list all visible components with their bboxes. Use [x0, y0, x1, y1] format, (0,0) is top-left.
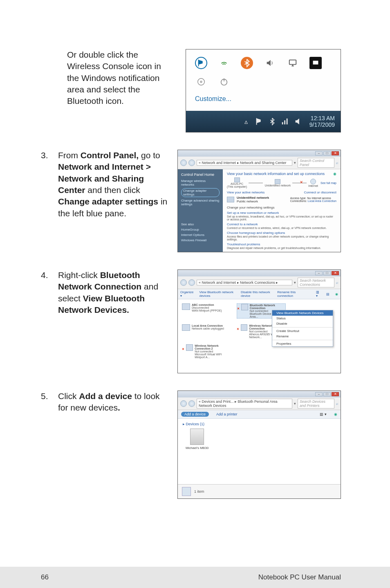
search-input[interactable]: Search Control Panel: [298, 158, 334, 168]
wireless-console-icon: [218, 57, 230, 69]
close-btn[interactable]: ✕: [332, 271, 339, 275]
cp-home[interactable]: Control Panel Home: [181, 173, 220, 177]
volume-icon: [264, 57, 276, 69]
homegroup-sharing-link[interactable]: Choose homegroup and sharing optionsAcce…: [227, 231, 336, 241]
tray-flag-icon[interactable]: [255, 117, 264, 126]
add-device-btn[interactable]: Add a device: [181, 412, 209, 417]
step3-text: From Control Panel, go to Network and In…: [58, 150, 172, 219]
network-name: Unidentified network: [237, 196, 269, 200]
search-icon[interactable]: ⌕: [336, 281, 338, 285]
maximize-btn[interactable]: □: [323, 271, 331, 275]
view-icon[interactable]: ▥ ▾: [320, 412, 327, 416]
minimize-btn[interactable]: –: [315, 271, 323, 275]
status-count: 1 item: [194, 489, 204, 494]
maximize-btn[interactable]: □: [323, 392, 331, 396]
minimize-btn[interactable]: –: [315, 392, 323, 396]
conn-lan[interactable]: Local Area ConnectionNetwork cable unplu…: [182, 324, 231, 339]
change-settings-label: Change your networking settings: [227, 206, 336, 209]
conn-abc[interactable]: ABC connectionDisconnectedWAN Miniport (…: [182, 303, 231, 319]
advanced-sharing-link[interactable]: Change advanced sharing settings: [181, 199, 220, 206]
connect-disconnect-link[interactable]: Connect or disconnect: [304, 191, 336, 194]
conn-wireless2[interactable]: ✕ Wireless Network Connection 2Not conne…: [182, 344, 231, 359]
menu-shortcut[interactable]: Create Shortcut: [272, 328, 333, 334]
devices-group[interactable]: ▸ Devices (1): [183, 422, 204, 426]
context-menu: View Bluetooth Network Devices Status Di…: [272, 310, 333, 347]
clock[interactable]: 12:13 AM 9/17/2009: [309, 115, 335, 128]
search-input[interactable]: Search Devices and Printers: [298, 399, 334, 408]
menu-view-bt-devices[interactable]: View Bluetooth Network Devices: [272, 310, 333, 316]
phone-icon: [190, 429, 204, 445]
breadcrumb[interactable]: « Network and Internet ▸ Network and Sha…: [197, 160, 292, 166]
disable-device-btn[interactable]: Disable this network device: [241, 290, 271, 298]
svg-point-3: [200, 81, 202, 83]
svg-point-2: [198, 79, 205, 85]
change-adapter-link[interactable]: Change adapter settings: [181, 188, 220, 197]
nc-heading: View your basic network information and …: [227, 172, 325, 176]
close-btn[interactable]: ✕: [332, 151, 339, 155]
power-icon: [218, 76, 230, 88]
back-btn[interactable]: [180, 279, 187, 286]
setup-conn-link[interactable]: Set up a new connection or networkSet up…: [227, 211, 336, 221]
view-icon[interactable]: ▥ ▾: [316, 290, 321, 298]
organize-menu[interactable]: Organize ▾: [180, 290, 193, 298]
lan-conn-link[interactable]: Local Area Connection: [308, 200, 336, 202]
action-center-icon: [195, 57, 207, 69]
network-connections-screenshot: – □ ✕ « Network and Internet ▸ Network C…: [177, 269, 341, 373]
connect-network-link[interactable]: Connect to a networkConnect or reconnect…: [227, 222, 336, 229]
network-center-screenshot: – □ ✕ « Network and Internet ▸ Network a…: [177, 150, 341, 252]
view-bt-devices-btn[interactable]: View Bluetooth network devices: [199, 290, 235, 298]
troubleshoot-link[interactable]: Troubleshoot problemsDiagnose and repair…: [227, 242, 336, 249]
breadcrumb[interactable]: « Devices and Print... ▸ Bluetooth Perso…: [197, 399, 292, 408]
add-printer-btn[interactable]: Add a printer: [216, 412, 238, 416]
internet-options-link[interactable]: Internet Options: [181, 233, 220, 237]
fwd-btn[interactable]: [188, 159, 195, 166]
step-number: 3.: [41, 150, 51, 219]
help-icon[interactable]: ◉: [335, 292, 338, 296]
minimize-btn[interactable]: –: [315, 151, 323, 155]
customize-link[interactable]: Customize...: [186, 92, 341, 111]
see-also-label: See also: [181, 222, 220, 226]
tray-bluetooth-icon[interactable]: [268, 117, 277, 126]
manual-title: Notebook PC User Manual: [258, 573, 341, 581]
step5-text: Click Add a device to look for new devic…: [58, 391, 172, 414]
menu-disable[interactable]: Disable: [272, 321, 333, 326]
maximize-btn[interactable]: □: [323, 151, 331, 155]
menu-rename[interactable]: Rename: [272, 334, 333, 339]
close-btn[interactable]: ✕: [332, 392, 339, 396]
tray-volume-icon[interactable]: [294, 117, 303, 126]
preview-icon[interactable]: ▤: [326, 292, 329, 296]
full-map-link[interactable]: See full map: [321, 182, 336, 184]
step-number: 4.: [41, 269, 51, 316]
screen-icon: [309, 57, 322, 69]
disc-icon: [195, 76, 207, 88]
svg-rect-0: [289, 60, 296, 65]
search-input[interactable]: Search Network Connections: [298, 278, 334, 287]
network-type: Public network: [237, 200, 269, 203]
tray-network-icon[interactable]: [281, 117, 290, 126]
help-icon[interactable]: ◉: [333, 172, 336, 176]
step4-text: Right-click Bluetooth Network Connection…: [58, 269, 172, 316]
menu-status[interactable]: Status: [272, 316, 333, 321]
rename-conn-btn[interactable]: Rename this connection: [277, 290, 305, 298]
fwd-btn[interactable]: [188, 400, 195, 407]
breadcrumb[interactable]: « Network and Internet ▸ Network Connect…: [197, 280, 292, 285]
search-icon[interactable]: ⌕: [336, 161, 338, 165]
svg-rect-1: [313, 61, 318, 65]
homegroup-link[interactable]: HomeGroup: [181, 228, 220, 231]
step-number: 5.: [41, 391, 51, 414]
back-btn[interactable]: [180, 159, 187, 166]
back-btn[interactable]: [180, 400, 187, 407]
menu-properties[interactable]: Properties: [272, 341, 333, 346]
active-networks-label: View your active networks: [227, 191, 264, 194]
bt-devices-screenshot: – □ ✕ « Devices and Print... ▸ Bluetooth…: [177, 391, 341, 499]
help-icon[interactable]: ◉: [334, 412, 337, 416]
device-item[interactable]: Michael's MB30: [183, 429, 211, 450]
fwd-btn[interactable]: [188, 279, 195, 286]
tray-expand-icon[interactable]: ▵: [242, 117, 251, 126]
manage-wireless-link[interactable]: Manage wireless networks: [181, 179, 220, 186]
search-icon[interactable]: ⌕: [336, 402, 338, 406]
firewall-link[interactable]: Windows Firewall: [181, 238, 220, 242]
intro-text: Or double click the Wireless Console ico…: [67, 49, 172, 107]
bluetooth-icon: [241, 57, 253, 69]
monitor-icon: [287, 57, 299, 69]
